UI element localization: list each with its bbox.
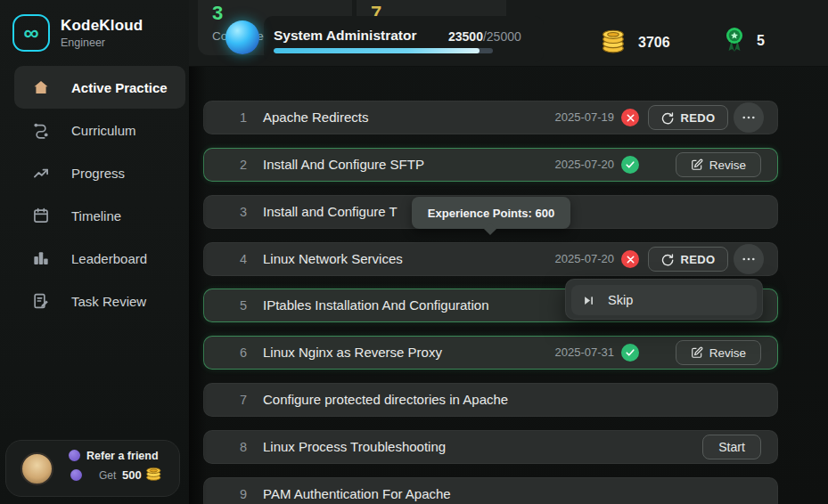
trending-up-icon [32,164,50,182]
referral-get-label: Get [99,469,116,482]
task-row[interactable]: 2 Install And Configure SFTP 2025-07-20 … [203,148,778,182]
task-number: 9 [231,478,247,504]
redo-icon [660,253,674,266]
sidebar-item-curriculum[interactable]: Curriculum [0,109,189,151]
edit-icon [691,159,703,171]
xp-progress-bar [274,48,493,53]
task-title: Install And Configure SFTP [263,149,424,181]
sidebar-item-active-practice[interactable]: Active Practice [14,66,185,109]
task-title: Apache Redirects [263,102,368,134]
redo-button[interactable]: REDO [648,105,728,130]
refer-a-friend-card[interactable]: Refer a friend Get 500 [5,440,180,497]
task-title: Linux Nginx as Reverse Proxy [263,337,442,369]
task-number: 6 [231,337,247,369]
task-title: Install and Configure T [263,196,398,228]
task-title: Linux Process Troubleshooting [263,431,446,463]
menu-item-label: Skip [608,293,633,307]
status-passed-icon [621,156,639,174]
ellipsis-icon [741,110,757,126]
sidebar-item-progress[interactable]: Progress [0,151,189,194]
xp-current: 23500 [448,29,483,44]
redo-icon [660,111,674,125]
redo-button[interactable]: REDO [648,247,728,272]
task-title: Linux Network Services [263,243,403,275]
xp-progress-fill [274,48,480,53]
sidebar: ∞ KodeKloud Engineer Active Practice Cur… [0,0,189,504]
xp-tooltip: Experience Points: 600 [412,197,570,229]
home-icon [32,78,50,96]
sidebar-item-label: Timeline [71,208,121,224]
task-title: IPtables Installation And Configuration [263,289,489,321]
route-icon [32,121,50,139]
podium-icon [32,249,50,267]
sidebar-item-label: Leaderboard [71,251,147,266]
menu-item-skip[interactable]: Skip [571,285,757,315]
xp-counter: 23500/25000 [448,29,521,44]
revise-button-label: Revise [709,159,746,172]
task-date: 2025-07-20 [555,243,615,275]
revise-button-label: Revise [709,346,746,360]
more-options-button[interactable] [734,244,764,274]
task-date: 2025-07-20 [555,149,615,181]
kodekloud-logo[interactable]: ∞ KodeKloud Engineer [12,14,143,52]
kodekloud-logo-icon: ∞ [12,14,50,52]
badges-counter: 5 [724,26,765,56]
logo-subtitle: Engineer [61,37,143,49]
referral-bullet-icon [69,450,80,461]
app-root: ∞ KodeKloud Engineer Active Practice Cur… [0,0,828,504]
sidebar-item-label: Progress [71,166,125,181]
status-failed-icon [621,250,639,268]
more-options-button[interactable] [734,102,764,133]
redo-button-label: REDO [680,111,715,125]
badges-value: 5 [757,33,765,49]
task-number: 4 [231,243,247,275]
sidebar-item-timeline[interactable]: Timeline [0,194,189,237]
referral-title: Refer a friend [86,450,159,462]
referral-bullet-icon [70,469,82,481]
task-number: 2 [231,149,247,181]
sidebar-item-task-review[interactable]: Task Review [0,280,189,322]
task-row[interactable]: 6 Linux Nginx as Reverse Proxy 2025-07-3… [203,336,778,370]
revise-button[interactable]: Revise [676,152,761,177]
medal-icon [724,26,745,56]
task-number: 8 [231,431,247,463]
sidebar-item-label: Curriculum [71,123,136,138]
sidebar-item-label: Active Practice [71,80,168,95]
revise-button[interactable]: Revise [676,340,761,365]
xp-total: /25000 [483,29,521,44]
coin-icon [144,465,166,485]
task-date: 2025-07-19 [555,102,615,134]
task-number: 1 [231,102,247,134]
task-row[interactable]: 9 PAM Authentication For Apache [203,477,778,504]
task-row[interactable]: 4 Linux Network Services 2025-07-20 REDO [203,242,778,276]
start-button[interactable]: Start [702,435,761,459]
user-avatar[interactable] [225,20,259,54]
skip-forward-icon [582,294,595,307]
sidebar-item-label: Task Review [71,294,146,309]
header: 3 Completed 7 Streak System Administrato… [189,0,828,67]
task-title: PAM Authentication For Apache [263,478,451,504]
task-number: 7 [231,384,247,416]
referral-avatar [20,452,53,485]
task-row[interactable]: 1 Apache Redirects 2025-07-19 REDO [203,101,778,134]
redo-button-label: REDO [680,253,715,266]
coins-icon [600,28,628,57]
task-row[interactable]: 7 Configure protected directories in Apa… [203,383,778,417]
sidebar-item-leaderboard[interactable]: Leaderboard [0,237,189,280]
status-failed-icon [621,109,639,126]
referral-amount: 500 [122,468,142,482]
task-title: Configure protected directories in Apach… [263,384,508,416]
start-button-label: Start [718,440,745,454]
logo-title: KodeKloud [61,17,143,35]
task-number: 5 [231,289,247,321]
coins-counter: 3706 [600,28,670,57]
level-title: System Administrator [274,28,417,44]
xp-tooltip-text: Experience Points: 600 [428,207,554,220]
edit-document-icon [32,292,50,310]
ellipsis-icon [741,251,757,267]
main-area: 3 Completed 7 Streak System Administrato… [189,0,828,504]
sidebar-nav: Active Practice Curriculum Progress Time… [0,66,189,322]
calendar-icon [32,207,50,224]
task-row[interactable]: 8 Linux Process Troubleshooting Start [203,430,778,464]
task-number: 3 [231,196,247,228]
